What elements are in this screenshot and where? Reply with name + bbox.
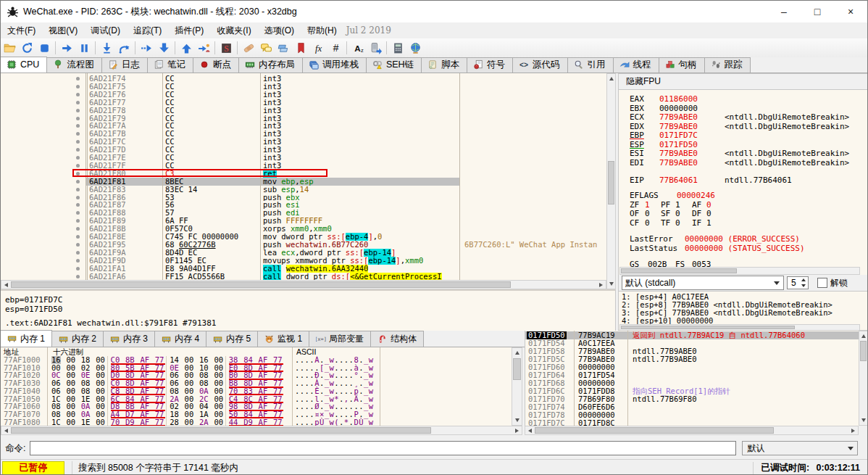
stack-row[interactable]: 0171FD5077B9AC19返回到 ntdll.77B9AC19 自 ntd… [525, 331, 859, 339]
menu-item[interactable]: 选项(O) [258, 23, 301, 38]
stack-row[interactable]: 0171FD7800000000 [525, 411, 859, 419]
unlock-checkbox[interactable] [817, 278, 827, 288]
hide-fpu-button[interactable]: 隐藏FPU [626, 75, 661, 88]
hash-button[interactable]: # [327, 39, 344, 57]
breakpoint-dot[interactable] [76, 109, 80, 112]
register-line[interactable]: EDI77B9ABE0<ntdll.DbgUiRemoteBreakin> [619, 159, 868, 168]
register-line[interactable]: ESI77B9ABE0<ntdll.DbgUiRemoteBreakin> [619, 149, 868, 158]
disasm-row[interactable]: 6AD21F9D0F1145 ECmovups xmmword ptr ss:[… [1, 257, 606, 265]
tab-memory-map[interactable]: 内存布局 [238, 57, 303, 73]
dump-tab-watch[interactable]: 监视 1 [257, 331, 309, 347]
tab-breakpoint[interactable]: 断点 [193, 57, 239, 73]
dump-row[interactable]: 77AF106008000A00D88BAF7702000400988DAF77… [1, 402, 512, 410]
tab-threads[interactable]: 线程 [613, 57, 659, 73]
send-to-device-button[interactable] [367, 39, 384, 57]
menu-item[interactable]: 视图(V) [42, 23, 84, 38]
menu-item[interactable]: 文件(F) [1, 23, 42, 38]
dump-view[interactable]: 77AF100016001800C08BAF77140016003884AF77… [1, 356, 512, 426]
dump-tab-memory[interactable]: 内存 4 [154, 331, 206, 347]
dump-row[interactable]: 77AF10501C001E006C84AF772A002C00C48CAF77… [1, 395, 512, 403]
breakpoint-dot[interactable] [76, 243, 80, 247]
tab-trace[interactable]: 跟踪 [704, 57, 751, 73]
register-line[interactable]: ECX77B9ABE0<ntdll.DbgUiRemoteBreakin> [619, 113, 868, 122]
stack-view[interactable]: 0171FD5077B9AC19返回到 ntdll.77B9AC19 自 ntd… [525, 331, 859, 426]
register-line[interactable]: GS002BFS0053 [619, 260, 868, 267]
stack-hscrollbar[interactable] [525, 426, 859, 435]
breakpoint-dot[interactable] [76, 267, 80, 270]
command-history-select[interactable]: 默认 [742, 441, 858, 455]
calling-convention-select[interactable]: 默认 (stdcall) [622, 276, 784, 290]
stack-row[interactable]: 0171FD640171FD54 [525, 371, 859, 379]
tab-call-stack[interactable]: 调用堆栈 [302, 57, 367, 73]
stack-row[interactable]: 0171FD6000000000 [525, 363, 859, 371]
menu-item[interactable]: 插件(P) [168, 23, 210, 38]
spinner-arrows-icon[interactable] [799, 278, 807, 288]
breakpoint-dot[interactable] [76, 203, 80, 207]
breakpoint-dot[interactable] [76, 219, 80, 223]
stack-row[interactable]: 0171FD74D60FE6D6 [525, 403, 859, 411]
functions-button[interactable]: fx [309, 39, 327, 57]
run-button[interactable] [58, 39, 75, 57]
register-line[interactable]: EBX00000000 [619, 104, 868, 113]
dump-row[interactable]: 77AF103006000800C08DAF7706000800B88DAF77… [1, 379, 512, 387]
register-line[interactable]: OF0SF0DF0 [619, 210, 868, 218]
register-line[interactable]: EIP77B64061ntdll.77B64061 [619, 176, 868, 185]
breakpoint-dot[interactable] [76, 251, 80, 255]
menu-item[interactable]: 收藏夹(I) [210, 23, 257, 38]
dump-row[interactable]: 77AF10801C001E0070D9AF7728002A0044D9AF77… [1, 418, 512, 426]
stack-row[interactable]: 0171FD5C77B9ABE0ntdll.77B9ABE0 [525, 355, 859, 363]
breakpoint-dot[interactable] [76, 117, 80, 120]
dump-row[interactable]: 77AF104006000800C88DAF7708000A007083AF77… [1, 387, 512, 395]
tab-log[interactable]: 日志 [101, 57, 148, 73]
internet-button[interactable] [406, 39, 424, 57]
step-over-button[interactable] [115, 39, 133, 57]
disasm-row[interactable]: 6AD21F78CCint3 [1, 107, 606, 115]
restart-button[interactable] [18, 39, 36, 57]
breakpoint-dot[interactable] [76, 227, 80, 231]
dump-tab-locals[interactable]: [x=]局部变量 [309, 331, 371, 347]
tab-cpu[interactable]: CPU [0, 57, 47, 73]
disasm-row[interactable]: 6AD21F77CCint3 [1, 99, 606, 107]
dump-tab-memory[interactable]: 内存 2 [51, 331, 104, 347]
tab-references[interactable]: 引用 [567, 57, 614, 73]
run-to-user-code-button[interactable] [195, 39, 212, 57]
breakpoint-dot[interactable] [76, 211, 80, 215]
breakpoint-dot[interactable] [76, 85, 80, 88]
maximize-button[interactable]: □ [801, 1, 834, 22]
disasm-hscrollbar[interactable] [1, 280, 606, 289]
register-line[interactable]: LastStatus00000000 (STATUS_SUCCESS) [619, 244, 868, 253]
dump-vscrollbar[interactable] [512, 347, 522, 426]
breakpoint-dot[interactable] [76, 156, 80, 160]
disasm-row[interactable]: 6AD21FA1E8 9A04D1FFcall wechatwin.6AA324… [1, 265, 606, 273]
menu-item[interactable]: 追踪(T) [127, 23, 168, 38]
open-file-button[interactable] [1, 39, 18, 57]
command-input[interactable] [30, 441, 736, 455]
breakpoint-dot[interactable] [76, 196, 80, 199]
arg-count-spinner[interactable]: 5 [787, 276, 809, 289]
disasm-vscrollbar[interactable] [606, 73, 616, 289]
arguments-hscrollbar[interactable] [619, 324, 860, 331]
breakpoint-dot[interactable] [76, 93, 80, 96]
calculator-button[interactable] [389, 39, 406, 57]
breakpoint-dot[interactable] [76, 164, 80, 168]
run-to-cursor-button[interactable] [138, 39, 155, 57]
stack-row[interactable]: 0171FD7077B69F80ntdll.77B69F80 [525, 395, 859, 403]
execute-till-return-button[interactable] [178, 39, 195, 57]
tab-notes[interactable]: 笔记 [147, 57, 193, 73]
patches-button[interactable] [240, 39, 257, 57]
disasm-row[interactable]: 6AD21F8383EC 14sub esp,14 [1, 186, 606, 194]
tab-script[interactable]: 脚本 [421, 57, 467, 73]
tab-handles[interactable]: 句柄 [659, 57, 705, 73]
register-line[interactable]: EFLAGS00000246 [619, 191, 868, 200]
stack-vscrollbar[interactable] [859, 331, 868, 426]
dump-hscrollbar[interactable] [1, 426, 522, 435]
register-line[interactable]: ESP0171FD50 [619, 141, 868, 149]
registers-hscrollbar[interactable] [619, 267, 860, 275]
dump-tab-memory[interactable]: 内存 1 [0, 330, 52, 347]
scylla-button[interactable]: S [217, 39, 235, 57]
arguments-list[interactable]: 1: [esp+4] A0C17EEA2: [esp+8] 77B9ABE0 <… [619, 291, 868, 325]
dump-row[interactable]: 77AF10200C000E00D08DAF7706000800B08DAF77… [1, 371, 512, 379]
tab-graph[interactable]: 流程图 [46, 57, 102, 73]
stack-row[interactable]: 0171FD7C0171FD8C [525, 419, 859, 426]
disasm-row[interactable]: 6AD21FA6FF15 ACD5566Bcall dword ptr ds:[… [1, 273, 606, 281]
